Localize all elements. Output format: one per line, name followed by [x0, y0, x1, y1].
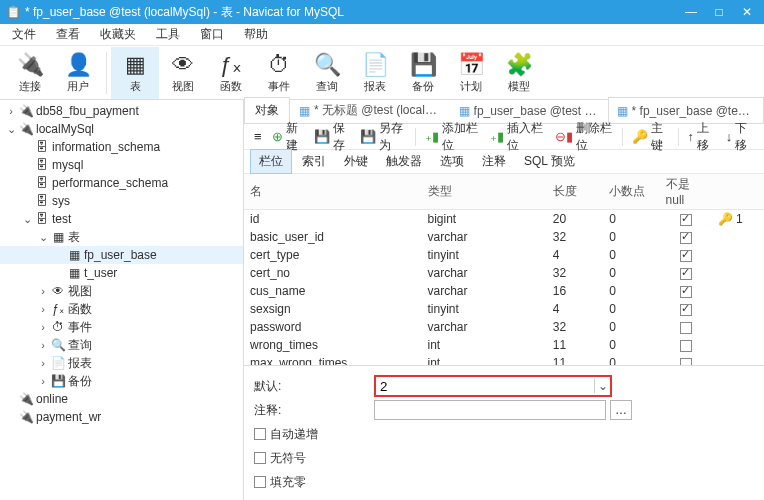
col-key[interactable]	[712, 336, 764, 354]
col-length[interactable]: 11	[547, 336, 603, 354]
col-type[interactable]: tinyint	[422, 300, 547, 318]
col-notnull[interactable]	[660, 210, 712, 229]
column-row[interactable]: sexsigntinyint40	[244, 300, 764, 318]
connection-tree[interactable]: ›🔌db58_fbu_payment⌄🔌localMySql🗄informati…	[0, 100, 244, 500]
close-button[interactable]: ✕	[734, 3, 760, 21]
col-key[interactable]	[712, 300, 764, 318]
tree-item[interactable]: ›🔌db58_fbu_payment	[0, 102, 243, 120]
tree-item[interactable]: ›💾备份	[0, 372, 243, 390]
col-name[interactable]: max_wrong_times	[244, 354, 422, 365]
column-row[interactable]: idbigint200🔑 1	[244, 210, 764, 229]
tool-用户[interactable]: 👤用户	[54, 47, 102, 99]
column-row[interactable]: cus_namevarchar160	[244, 282, 764, 300]
tree-twisty-icon[interactable]: ›	[36, 375, 50, 387]
subtab-2[interactable]: 外键	[336, 150, 376, 173]
tree-item[interactable]: ▦fp_user_base	[0, 246, 243, 264]
default-input[interactable]	[376, 377, 594, 395]
subtab-3[interactable]: 触发器	[378, 150, 430, 173]
col-key[interactable]	[712, 264, 764, 282]
tree-item[interactable]: ›📄报表	[0, 354, 243, 372]
menu-file[interactable]: 文件	[4, 23, 44, 46]
dropdown-icon[interactable]: ⌄	[594, 379, 610, 393]
col-decimals[interactable]: 0	[603, 264, 659, 282]
tool-计划[interactable]: 📅计划	[447, 47, 495, 99]
column-row[interactable]: max_wrong_timesint110	[244, 354, 764, 365]
tree-twisty-icon[interactable]: ⌄	[4, 123, 18, 136]
subtab-6[interactable]: SQL 预览	[516, 150, 583, 173]
col-notnull[interactable]	[660, 282, 712, 300]
col-notnull[interactable]	[660, 318, 712, 336]
tree-item[interactable]: ›🔍查询	[0, 336, 243, 354]
comment-expand-button[interactable]: …	[610, 400, 632, 420]
col-decimals[interactable]: 0	[603, 354, 659, 365]
tree-twisty-icon[interactable]: ›	[36, 285, 50, 297]
tree-item[interactable]: 🗄mysql	[0, 156, 243, 174]
menu-tools[interactable]: 工具	[148, 23, 188, 46]
tool-表[interactable]: ▦表	[111, 47, 159, 99]
col-type[interactable]: varchar	[422, 318, 547, 336]
menu-view[interactable]: 查看	[48, 23, 88, 46]
col-name[interactable]: cert_no	[244, 264, 422, 282]
column-row[interactable]: passwordvarchar320	[244, 318, 764, 336]
column-row[interactable]: cert_typetinyint40	[244, 246, 764, 264]
col-decimals[interactable]: 0	[603, 318, 659, 336]
col-key[interactable]	[712, 282, 764, 300]
columns-grid[interactable]: 名 类型 长度 小数点 不是 null idbigint200🔑 1basic_…	[244, 174, 764, 365]
tool-事件[interactable]: ⏱事件	[255, 47, 303, 99]
col-length[interactable]: 32	[547, 228, 603, 246]
auto-increment-checkbox[interactable]	[254, 428, 266, 440]
tree-item[interactable]: ›👁视图	[0, 282, 243, 300]
col-key[interactable]: 🔑 1	[712, 210, 764, 229]
menu-button[interactable]: ≡	[250, 127, 266, 146]
tree-item[interactable]: 🔌payment_wr	[0, 408, 243, 426]
header-type[interactable]: 类型	[422, 174, 547, 210]
col-notnull[interactable]	[660, 336, 712, 354]
col-name[interactable]: cus_name	[244, 282, 422, 300]
tree-twisty-icon[interactable]: ⌄	[36, 231, 50, 244]
col-type[interactable]: tinyint	[422, 246, 547, 264]
col-type[interactable]: varchar	[422, 228, 547, 246]
column-row[interactable]: wrong_timesint110	[244, 336, 764, 354]
col-notnull[interactable]	[660, 246, 712, 264]
tree-item[interactable]: ›ƒₓ函数	[0, 300, 243, 318]
column-row[interactable]: cert_novarchar320	[244, 264, 764, 282]
tree-item[interactable]: 🗄sys	[0, 192, 243, 210]
col-name[interactable]: sexsign	[244, 300, 422, 318]
tool-函数[interactable]: ƒₓ函数	[207, 47, 255, 99]
col-length[interactable]: 4	[547, 300, 603, 318]
col-decimals[interactable]: 0	[603, 210, 659, 229]
tree-twisty-icon[interactable]: ›	[4, 105, 18, 117]
subtab-4[interactable]: 选项	[432, 150, 472, 173]
subtab-5[interactable]: 注释	[474, 150, 514, 173]
tree-twisty-icon[interactable]: ›	[36, 357, 50, 369]
column-row[interactable]: basic_user_idvarchar320	[244, 228, 764, 246]
col-key[interactable]	[712, 318, 764, 336]
tool-连接[interactable]: 🔌连接	[6, 47, 54, 99]
col-length[interactable]: 11	[547, 354, 603, 365]
tool-模型[interactable]: 🧩模型	[495, 47, 543, 99]
col-key[interactable]	[712, 228, 764, 246]
col-key[interactable]	[712, 354, 764, 365]
col-notnull[interactable]	[660, 300, 712, 318]
col-decimals[interactable]: 0	[603, 282, 659, 300]
col-decimals[interactable]: 0	[603, 336, 659, 354]
tree-item[interactable]: ▦t_user	[0, 264, 243, 282]
tool-查询[interactable]: 🔍查询	[303, 47, 351, 99]
tree-item[interactable]: ⌄🔌localMySql	[0, 120, 243, 138]
col-name[interactable]: id	[244, 210, 422, 229]
tree-twisty-icon[interactable]: ⌄	[20, 213, 34, 226]
tree-item[interactable]: 🗄performance_schema	[0, 174, 243, 192]
col-decimals[interactable]: 0	[603, 246, 659, 264]
col-key[interactable]	[712, 246, 764, 264]
subtab-0[interactable]: 栏位	[250, 149, 292, 174]
tree-twisty-icon[interactable]: ›	[36, 321, 50, 333]
tree-item[interactable]: 🔌online	[0, 390, 243, 408]
col-length[interactable]: 32	[547, 318, 603, 336]
col-name[interactable]: wrong_times	[244, 336, 422, 354]
col-name[interactable]: cert_type	[244, 246, 422, 264]
col-decimals[interactable]: 0	[603, 300, 659, 318]
default-combo[interactable]: ⌄	[374, 375, 612, 397]
tree-item[interactable]: ›⏱事件	[0, 318, 243, 336]
col-length[interactable]: 20	[547, 210, 603, 229]
col-name[interactable]: basic_user_id	[244, 228, 422, 246]
